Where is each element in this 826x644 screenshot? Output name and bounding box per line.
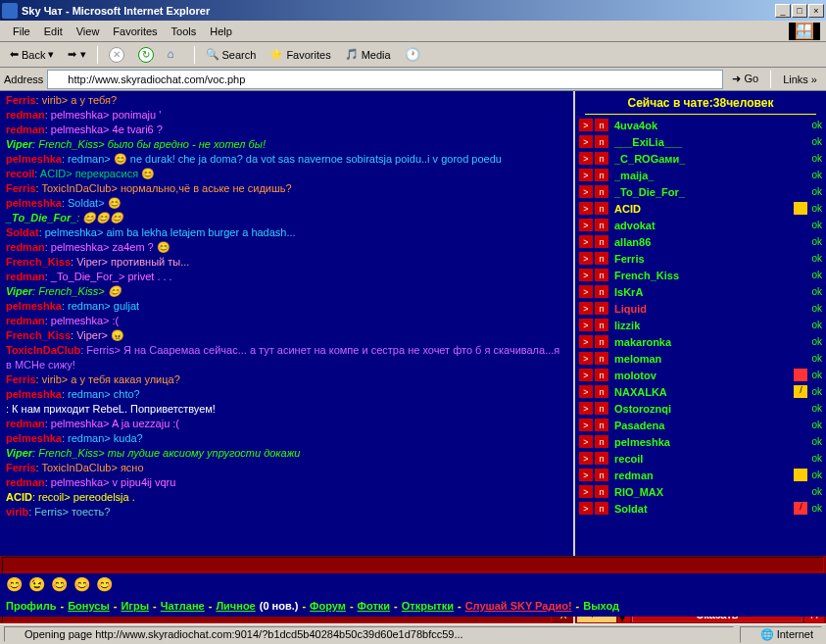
chat-input-main[interactable] [2, 557, 824, 572]
user-ok-button[interactable]: ok [811, 420, 822, 430]
history-button[interactable]: 🕐 [399, 45, 426, 65]
user-name[interactable]: IsKrA [614, 286, 811, 298]
chat-username[interactable]: pelmeshka [6, 388, 62, 400]
user-ok-button[interactable]: ok [811, 303, 822, 314]
user-private-button[interactable]: п [595, 502, 608, 515]
user-whisper-button[interactable]: > [579, 285, 593, 298]
menu-edit[interactable]: Edit [37, 24, 70, 39]
nav-link[interactable]: Чатлане [161, 600, 205, 612]
user-private-button[interactable]: п [595, 435, 608, 448]
user-name[interactable]: Ferris [614, 253, 811, 265]
chat-username[interactable]: ToxicInDaClub [6, 344, 80, 356]
user-ok-button[interactable]: ok [811, 453, 822, 464]
user-private-button[interactable]: п [595, 335, 608, 348]
nav-link[interactable]: Бонусы [68, 600, 110, 612]
chat-username[interactable]: redman [6, 315, 45, 326]
user-name[interactable]: recoil [614, 453, 811, 465]
user-name[interactable]: RIO_MAX [614, 486, 811, 498]
chat-username[interactable]: redman [6, 124, 45, 135]
user-private-button[interactable]: п [595, 469, 608, 481]
user-name[interactable]: NAXALKA [614, 386, 794, 398]
user-ok-button[interactable]: ok [811, 486, 822, 497]
user-name[interactable]: 4uva4ok [614, 120, 811, 131]
chat-username[interactable]: redman [6, 241, 45, 253]
user-name[interactable]: Ostoroznqi [614, 403, 811, 415]
user-name[interactable]: pelmeshka [614, 436, 811, 448]
menu-favorites[interactable]: Favorites [106, 24, 164, 39]
user-whisper-button[interactable]: > [579, 269, 593, 281]
refresh-button[interactable]: ↻ [132, 45, 160, 65]
user-ok-button[interactable]: ok [811, 353, 822, 364]
user-name[interactable]: lizzik [614, 320, 811, 331]
user-private-button[interactable]: п [595, 385, 608, 398]
user-name[interactable]: redman [614, 470, 794, 481]
user-name[interactable]: advokat [614, 220, 811, 231]
user-whisper-button[interactable]: > [579, 202, 593, 215]
user-ok-button[interactable]: ok [811, 203, 822, 214]
go-button[interactable]: ➜ Go [727, 71, 763, 87]
chat-username[interactable]: _To_Die_For_ [6, 212, 76, 223]
user-private-button[interactable]: п [595, 419, 608, 431]
nav-link[interactable]: Фотки [358, 600, 391, 612]
user-whisper-button[interactable]: > [579, 185, 593, 198]
chat-username[interactable]: French_Kiss [6, 256, 71, 268]
user-name[interactable]: meloman [614, 353, 811, 365]
user-whisper-button[interactable]: > [579, 152, 593, 165]
chat-username[interactable]: virib [6, 506, 28, 518]
nav-link[interactable]: Профиль [6, 600, 56, 612]
chat-username[interactable]: pelmeshka [6, 153, 62, 165]
user-ok-button[interactable]: ok [811, 253, 822, 264]
media-button[interactable]: 🎵 Media [339, 46, 397, 63]
user-whisper-button[interactable]: > [579, 469, 593, 481]
nav-link[interactable]: Выход [583, 600, 619, 612]
user-private-button[interactable]: п [595, 185, 608, 198]
user-whisper-button[interactable]: > [579, 502, 593, 515]
chat-username[interactable]: redman [6, 476, 45, 488]
user-private-button[interactable]: п [595, 485, 608, 498]
user-private-button[interactable]: п [595, 202, 608, 215]
nav-link[interactable]: Слушай SKY Радио! [465, 600, 572, 612]
chat-username[interactable]: Ferris [6, 462, 36, 473]
user-private-button[interactable]: п [595, 169, 608, 181]
user-private-button[interactable]: п [595, 319, 608, 331]
user-whisper-button[interactable]: > [579, 302, 593, 315]
favorites-button[interactable]: ⭐ Favorites [264, 46, 336, 63]
chat-username[interactable]: pelmeshka [6, 197, 62, 209]
user-ok-button[interactable]: ok [811, 220, 822, 230]
user-whisper-button[interactable]: > [579, 252, 593, 265]
chat-username[interactable]: ACID [6, 491, 32, 503]
user-name[interactable]: ___ExiLia___ [614, 136, 811, 148]
user-ok-button[interactable]: ok [811, 120, 822, 130]
user-name[interactable]: Liquid [614, 303, 811, 315]
nav-link[interactable]: Личное [216, 600, 255, 612]
user-name[interactable]: allan86 [614, 236, 811, 248]
user-whisper-button[interactable]: > [579, 169, 593, 181]
smiley-icon[interactable]: 😊 [73, 576, 90, 592]
user-ok-button[interactable]: ok [811, 470, 822, 480]
chat-username[interactable]: Viper [6, 138, 32, 150]
search-button[interactable]: 🔍 Search [200, 46, 263, 63]
maximize-button[interactable]: □ [792, 4, 807, 18]
chat-username[interactable]: Ferris [6, 94, 36, 106]
user-name[interactable]: ACID [614, 203, 794, 215]
smiley-icon[interactable]: 😊 [96, 576, 113, 592]
menu-view[interactable]: View [70, 24, 107, 39]
user-ok-button[interactable]: ok [811, 170, 822, 180]
chat-username[interactable]: pelmeshka [6, 432, 62, 444]
user-name[interactable]: makaronka [614, 336, 811, 348]
chat-username[interactable]: Viper [6, 447, 32, 459]
user-ok-button[interactable]: ok [811, 503, 822, 514]
user-private-button[interactable]: п [595, 235, 608, 248]
links-button[interactable]: Links » [778, 72, 822, 87]
user-private-button[interactable]: п [595, 369, 608, 381]
menu-help[interactable]: Help [203, 24, 239, 39]
user-whisper-button[interactable]: > [579, 485, 593, 498]
user-whisper-button[interactable]: > [579, 385, 593, 398]
user-whisper-button[interactable]: > [579, 352, 593, 365]
user-private-button[interactable]: п [595, 285, 608, 298]
user-name[interactable]: _maija_ [614, 170, 811, 181]
chat-username[interactable]: Soldat [6, 226, 39, 238]
nav-link[interactable]: Открытки [402, 600, 454, 612]
user-whisper-button[interactable]: > [579, 435, 593, 448]
back-button[interactable]: ⬅ Back ▾ [4, 46, 60, 63]
